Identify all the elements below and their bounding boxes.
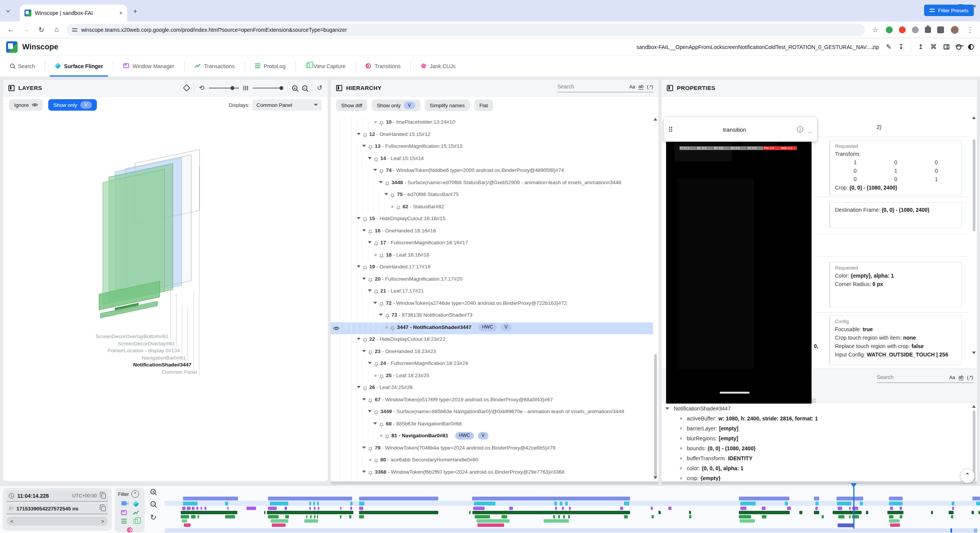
trace-segment-protolog[interactable] <box>359 515 364 518</box>
layer-label[interactable]: Common Panel <box>162 369 197 375</box>
tree-node-3368[interactable]: 3368 - WindowToken{f6b2f60 type=2024 and… <box>331 467 653 479</box>
trace-segment-protolog[interactable] <box>475 515 490 518</box>
collapse-filter-icon[interactable]: ⌃ <box>131 490 139 498</box>
tree-node-14[interactable]: 14 - Leaf:15:15#14 <box>331 154 653 166</box>
properties-scrollbar[interactable] <box>973 139 975 231</box>
pin-node-icon[interactable] <box>379 421 384 431</box>
trace-segment-window-manager[interactable] <box>268 507 277 510</box>
trace-segment-window-manager[interactable] <box>318 507 319 510</box>
trace-segment-surface-flinger[interactable] <box>889 502 903 505</box>
extension-icon-gray[interactable] <box>912 26 919 33</box>
frame-stepper[interactable]: < > <box>7 517 108 526</box>
rotation-slider[interactable] <box>209 88 239 88</box>
trace-segment-protolog[interactable] <box>340 515 341 518</box>
trace-segment-transactions[interactable] <box>972 511 974 514</box>
property-row-bufferTransform[interactable]: bufferTransform:IDENTITY <box>662 453 971 463</box>
pin-node-icon[interactable] <box>363 132 367 142</box>
trace-segment-window-manager[interactable] <box>204 507 206 510</box>
trace-segment-window-manager[interactable] <box>787 507 791 510</box>
trace-segment-transactions[interactable] <box>359 511 438 514</box>
trace-segment-transactions[interactable] <box>814 511 819 514</box>
trace-segment-window-manager[interactable] <box>509 507 513 510</box>
tab-protolog[interactable]: ProtoLog <box>245 56 296 77</box>
trace-segment-window-manager[interactable] <box>314 507 315 510</box>
tree-node-10[interactable]: 10 - ImePlaceholder:13:14#10 <box>331 117 653 129</box>
match-regex-icon[interactable]: (.*) <box>647 84 653 90</box>
transitions-trace-icon[interactable] <box>127 527 132 533</box>
info-icon[interactable]: i <box>797 126 803 132</box>
trace-segment-transactions[interactable] <box>658 511 661 514</box>
trace-segment-window-manager[interactable] <box>651 507 653 510</box>
trace-segment-window-manager[interactable] <box>849 507 851 510</box>
previous-frame-icon[interactable]: < <box>10 518 13 524</box>
layer-label[interactable]: ScreenDecorOverlayBottom#61 <box>95 334 168 339</box>
collapse-timeline-button[interactable]: ⌃ <box>960 469 975 483</box>
trace-segment-protolog[interactable] <box>191 515 196 518</box>
trace-segment-transactions[interactable] <box>267 511 353 514</box>
expand-arrow-icon[interactable] <box>379 314 384 316</box>
layer-label[interactable]: NotificationShade#3447 <box>133 362 191 368</box>
timeline-range-bar[interactable] <box>165 528 978 533</box>
expand-arrow-icon[interactable] <box>368 241 373 244</box>
transactions-trace-icon[interactable] <box>133 510 139 515</box>
pin-node-icon[interactable] <box>374 240 378 250</box>
upload-traces-icon[interactable]: ↥ <box>918 44 923 50</box>
trace-segment-surface-flinger[interactable] <box>976 502 980 505</box>
property-row-barrierLayer[interactable]: barrierLayer:[empty] <box>662 423 971 433</box>
trace-segment-protolog[interactable] <box>314 515 315 518</box>
tree-node-23[interactable]: 23 - OneHanded:18:23#23 <box>331 347 653 359</box>
expand-arrow-icon[interactable] <box>379 181 384 183</box>
trace-segment-window-manager[interactable] <box>815 507 818 510</box>
timeline-canvas[interactable] <box>165 486 980 533</box>
timeline-cursor[interactable] <box>853 487 854 529</box>
tab-view-capture[interactable]: View Capture <box>296 56 356 77</box>
trace-segment-jank-cujs[interactable] <box>838 523 854 527</box>
documentation-icon[interactable] <box>944 44 949 49</box>
pin-node-icon[interactable] <box>374 361 378 371</box>
expand-arrow-icon[interactable] <box>362 145 368 147</box>
trace-segment-view-capture[interactable] <box>477 519 510 523</box>
trace-segment-transactions[interactable] <box>181 511 237 514</box>
pin-node-icon[interactable] <box>385 312 389 322</box>
timeline-cursor-handle[interactable] <box>851 483 857 487</box>
pin-node-icon[interactable] <box>374 288 378 298</box>
timeline-reset-zoom-icon[interactable]: ↻ <box>150 513 157 521</box>
expand-arrow-icon[interactable] <box>384 193 390 195</box>
trace-segment-transactions[interactable] <box>866 511 868 514</box>
trace-segment-view-capture[interactable] <box>889 519 900 523</box>
match-word-icon[interactable]: ab <box>639 84 644 90</box>
extension-icon-green[interactable] <box>886 26 893 33</box>
expand-arrow-icon[interactable] <box>357 217 362 219</box>
forward-button[interactable]: → <box>21 26 31 34</box>
match-case-icon[interactable]: Aa <box>629 84 635 90</box>
layer-label[interactable]: NavigationBar0#81 <box>142 355 186 361</box>
trace-segment-transactions[interactable] <box>887 511 903 514</box>
trace-segment-window-manager[interactable] <box>187 507 191 510</box>
expand-arrow-icon[interactable] <box>357 133 362 135</box>
report-bug-icon[interactable] <box>956 44 961 50</box>
dark-mode-toggle-icon[interactable] <box>968 44 974 50</box>
pin-node-icon[interactable] <box>379 252 384 262</box>
trace-segment-window-manager[interactable] <box>201 507 202 510</box>
hierarchy-scrollbar[interactable] <box>654 354 657 479</box>
pin-node-icon[interactable] <box>379 301 384 311</box>
property-row-bounds[interactable]: bounds:(0, 0) - (1080, 2400) <box>662 443 971 453</box>
pin-node-icon[interactable] <box>368 445 372 455</box>
keyboard-shortcuts-icon[interactable]: ⌘ <box>930 44 937 50</box>
trace-segment-screen-recording[interactable] <box>472 497 630 500</box>
trace-segment-screen-recording[interactable] <box>889 497 903 500</box>
layers-3d-view[interactable]: ScreenDecorOverlayBottom#61ScreenDecorOv… <box>3 113 328 481</box>
trace-segment-window-manager[interactable] <box>762 507 766 510</box>
trace-segment-view-capture[interactable] <box>271 519 288 523</box>
window-manager-trace-icon[interactable] <box>121 510 127 515</box>
expand-arrow-icon[interactable] <box>362 229 368 232</box>
trace-segment-surface-flinger[interactable] <box>554 502 557 505</box>
tab-window-manager[interactable]: Window Manager <box>113 56 184 77</box>
trace-segment-window-manager[interactable] <box>952 507 954 510</box>
side-panel-icon[interactable] <box>937 26 944 33</box>
pin-node-icon[interactable] <box>374 156 378 166</box>
expand-arrow-icon[interactable] <box>362 350 368 352</box>
trace-segment-window-manager[interactable] <box>838 507 842 510</box>
trace-segment-transitions[interactable] <box>890 523 900 527</box>
tree-node-26[interactable]: 26 - Leaf:24:25#26 <box>331 383 653 395</box>
